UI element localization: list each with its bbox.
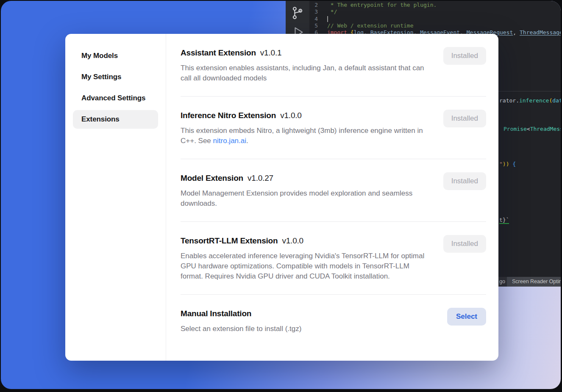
extension-description: This extension enables assistants, inclu…: [181, 63, 427, 83]
code-line: 5// Web / extension runtime: [286, 22, 561, 29]
sidebar-item-label: My Models: [81, 52, 118, 60]
extensions-list: Assistant Extensionv1.0.1 This extension…: [166, 34, 498, 361]
extension-name: Inference Nitro Extension: [181, 111, 276, 120]
extension-row-model: Model Extensionv1.0.27 Model Management …: [181, 159, 486, 222]
select-file-button[interactable]: Select: [447, 308, 486, 326]
extension-row-tensorrt-llm: TensortRT-LLM Extensionv1.0.0 Enables ac…: [181, 222, 486, 295]
code-line: 3 */: [286, 8, 561, 15]
sidebar-item-label: Extensions: [81, 115, 120, 124]
sidebar-item-my-settings[interactable]: My Settings: [73, 68, 158, 86]
extension-title: TensortRT-LLM Extensionv1.0.0: [181, 236, 486, 246]
code-text: // Web / extension runtime: [327, 22, 414, 29]
manual-installation-row: Manual Installation Select an extension …: [181, 295, 486, 347]
installed-button[interactable]: Installed: [443, 172, 486, 190]
status-item[interactable]: go: [499, 279, 505, 284]
extension-title: Inference Nitro Extensionv1.0.0: [181, 110, 486, 121]
line-number: 3: [286, 8, 318, 15]
extension-row-inference-nitro: Inference Nitro Extensionv1.0.0 This ext…: [181, 97, 486, 159]
editor-panel-divider: [498, 91, 561, 91]
line-number: 5: [286, 22, 318, 29]
sidebar-item-extensions[interactable]: Extensions: [73, 110, 158, 129]
sidebar-item-label: Advanced Settings: [81, 94, 145, 102]
extension-version: v1.0.0: [282, 236, 303, 245]
extension-row-assistant: Assistant Extensionv1.0.1 This extension…: [181, 34, 486, 97]
manual-installation-description: Select an extension file to install (.tg…: [181, 324, 427, 334]
sidebar-item-advanced-settings[interactable]: Advanced Settings: [73, 89, 158, 108]
text-cursor: [327, 16, 328, 22]
extension-description: This extension embeds Nitro, a lightweig…: [181, 126, 427, 146]
code-fragment: t}`: [499, 217, 509, 224]
extension-title: Assistant Extensionv1.0.1: [181, 48, 486, 58]
sidebar-item-label: My Settings: [81, 73, 121, 81]
extension-name: Model Extension: [181, 174, 243, 182]
installed-button[interactable]: Installed: [443, 235, 486, 253]
settings-card: My Models My Settings Advanced Settings …: [65, 34, 498, 361]
sidebar-item-my-models[interactable]: My Models: [73, 47, 158, 65]
code-fragment: rator.inference(data));: [499, 97, 561, 104]
code-line: 2 * The entrypoint for the plugin.: [286, 2, 561, 8]
extension-name: Assistant Extension: [181, 48, 256, 57]
description-text: .: [246, 137, 248, 145]
section-title: Manual Installation: [181, 309, 251, 318]
settings-sidebar: My Models My Settings Advanced Settings …: [65, 34, 166, 361]
installed-button[interactable]: Installed: [443, 47, 486, 65]
extension-version: v1.0.27: [248, 174, 273, 182]
line-number: 4: [286, 16, 318, 22]
code-text: */: [327, 8, 337, 15]
extension-title: Model Extensionv1.0.27: [181, 173, 486, 183]
extension-description: Model Management Extension provides mode…: [181, 188, 427, 209]
extension-name: TensortRT-LLM Extension: [181, 236, 278, 245]
nitro-jan-ai-link[interactable]: nitro.jan.ai: [213, 137, 246, 145]
code-fragment: Promise<ThreadMessage>: [504, 126, 561, 133]
extension-description: Enables accelerated inference leveraging…: [181, 251, 427, 282]
line-number: 2: [286, 2, 318, 8]
extension-version: v1.0.1: [260, 48, 282, 57]
installed-button[interactable]: Installed: [443, 110, 486, 127]
extension-version: v1.0.0: [280, 111, 302, 120]
code-fragment: ")) {: [499, 161, 516, 168]
manual-installation-title: Manual Installation: [181, 309, 486, 319]
status-item-screen-reader[interactable]: Screen Reader Optimized: [507, 277, 561, 287]
app-window: 2 * The entrypoint for the plugin. 3 */ …: [1, 1, 561, 389]
code-text: * The entrypoint for the plugin.: [327, 2, 437, 8]
